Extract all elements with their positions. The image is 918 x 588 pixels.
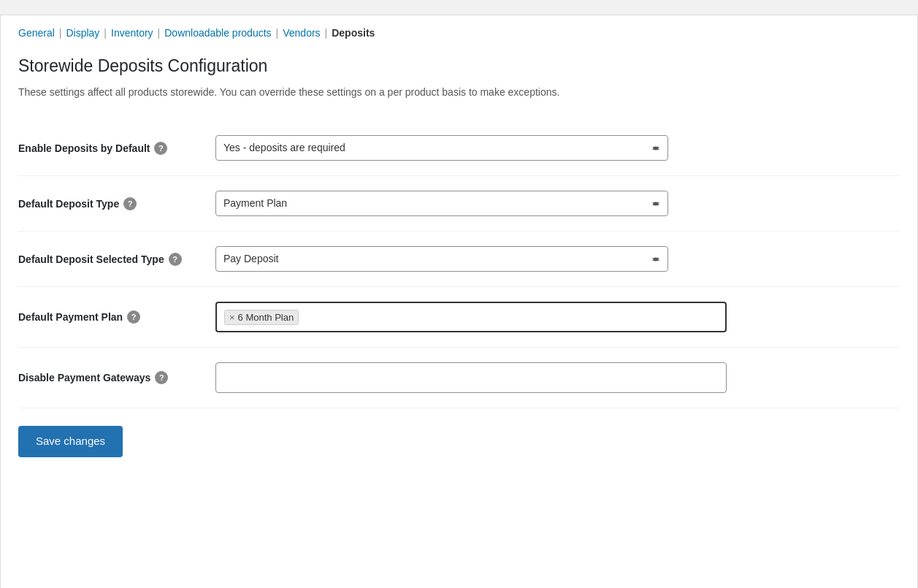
nav-separator: | bbox=[104, 27, 107, 39]
label-default_deposit_selected_type: Default Deposit Selected Type bbox=[18, 253, 164, 265]
help-icon-enable_deposits[interactable]: ? bbox=[154, 142, 167, 155]
help-icon-default_payment_plan[interactable]: ? bbox=[127, 310, 140, 324]
label-disable_payment_gateways: Disable Payment Gateways bbox=[18, 372, 150, 383]
field-row-enable_deposits: Enable Deposits by Default?No - deposits… bbox=[18, 121, 900, 176]
help-icon-disable_payment_gateways[interactable]: ? bbox=[155, 371, 168, 384]
field-row-default_deposit_selected_type: Default Deposit Selected Type?Pay Deposi… bbox=[18, 232, 900, 287]
nav-separator: | bbox=[325, 27, 328, 39]
nav-separator: | bbox=[158, 27, 161, 39]
field-row-disable_payment_gateways: Disable Payment Gateways? bbox=[18, 348, 900, 408]
nav-tab-downloadable-products[interactable]: Downloadable products bbox=[164, 27, 271, 39]
select-default_deposit_type[interactable]: DepositPayment Plan bbox=[215, 191, 668, 216]
page-description: These settings affect all products store… bbox=[18, 85, 900, 100]
select-default_deposit_selected_type[interactable]: Pay DepositPay in FullPayment Plan bbox=[215, 246, 668, 272]
nav-tab-vendors[interactable]: Vendors bbox=[283, 27, 320, 39]
label-enable_deposits: Enable Deposits by Default bbox=[18, 142, 150, 154]
help-icon-default_deposit_type[interactable]: ? bbox=[123, 197, 137, 210]
nav-tab-inventory[interactable]: Inventory bbox=[111, 27, 153, 39]
select-enable_deposits[interactable]: No - deposits are disabledYes - deposits… bbox=[215, 135, 668, 161]
input-disable_payment_gateways[interactable] bbox=[215, 362, 727, 393]
tag-input-default_payment_plan[interactable]: ×6 Month Plan bbox=[215, 302, 727, 332]
nav-breadcrumb: General|Display|Inventory|Downloadable p… bbox=[18, 27, 900, 39]
page-title: Storewide Deposits Configuration bbox=[18, 56, 900, 76]
field-row-default_deposit_type: Default Deposit Type?DepositPayment Plan bbox=[18, 176, 900, 232]
tag-label: 6 Month Plan bbox=[238, 312, 294, 323]
tag-item: ×6 Month Plan bbox=[224, 310, 299, 325]
label-default_deposit_type: Default Deposit Type bbox=[18, 198, 119, 210]
tag-remove-button[interactable]: × bbox=[229, 313, 235, 322]
nav-separator: | bbox=[59, 27, 62, 39]
field-row-default_payment_plan: Default Payment Plan?×6 Month Plan bbox=[18, 287, 900, 348]
save-button[interactable]: Save changes bbox=[18, 426, 123, 457]
nav-separator: | bbox=[276, 27, 279, 39]
help-icon-default_deposit_selected_type[interactable]: ? bbox=[169, 253, 182, 266]
nav-tab-general[interactable]: General bbox=[18, 27, 55, 39]
label-default_payment_plan: Default Payment Plan bbox=[18, 311, 123, 323]
page-wrapper: General|Display|Inventory|Downloadable p… bbox=[0, 15, 918, 588]
nav-tab-deposits: Deposits bbox=[332, 27, 375, 39]
nav-tab-display[interactable]: Display bbox=[66, 27, 99, 39]
settings-form: Enable Deposits by Default?No - deposits… bbox=[18, 121, 900, 408]
